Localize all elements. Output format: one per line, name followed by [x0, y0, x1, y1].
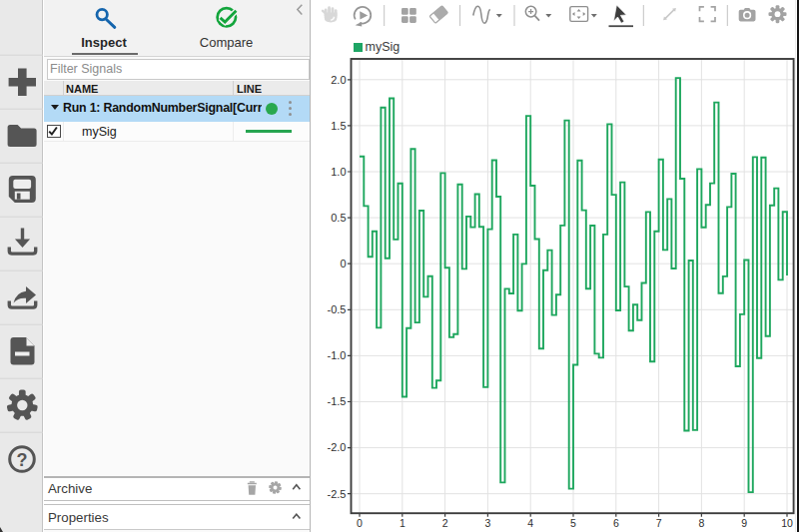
- svg-text:8: 8: [698, 517, 704, 529]
- svg-text:2.0: 2.0: [331, 74, 346, 86]
- svg-text:0: 0: [340, 258, 346, 269]
- svg-text:-1.5: -1.5: [328, 395, 347, 407]
- svg-text:5: 5: [570, 517, 576, 529]
- svg-text:1.5: 1.5: [331, 120, 346, 132]
- svg-text:-0.5: -0.5: [328, 303, 347, 315]
- svg-text:-1.0: -1.0: [328, 349, 347, 361]
- svg-text:1.0: 1.0: [331, 166, 346, 178]
- svg-text:-2.0: -2.0: [328, 441, 347, 453]
- svg-text:1: 1: [400, 517, 405, 529]
- svg-text:0: 0: [357, 517, 363, 529]
- svg-text:9: 9: [741, 517, 747, 529]
- svg-text:0.5: 0.5: [331, 212, 346, 224]
- svg-text:?: ?: [17, 450, 28, 470]
- svg-text:4: 4: [527, 517, 533, 529]
- svg-text:2: 2: [442, 517, 448, 529]
- svg-text:6: 6: [613, 517, 619, 529]
- svg-text:7: 7: [656, 517, 662, 529]
- svg-text:10: 10: [781, 517, 793, 529]
- svg-text:3: 3: [484, 517, 490, 529]
- svg-text:-2.5: -2.5: [328, 488, 347, 500]
